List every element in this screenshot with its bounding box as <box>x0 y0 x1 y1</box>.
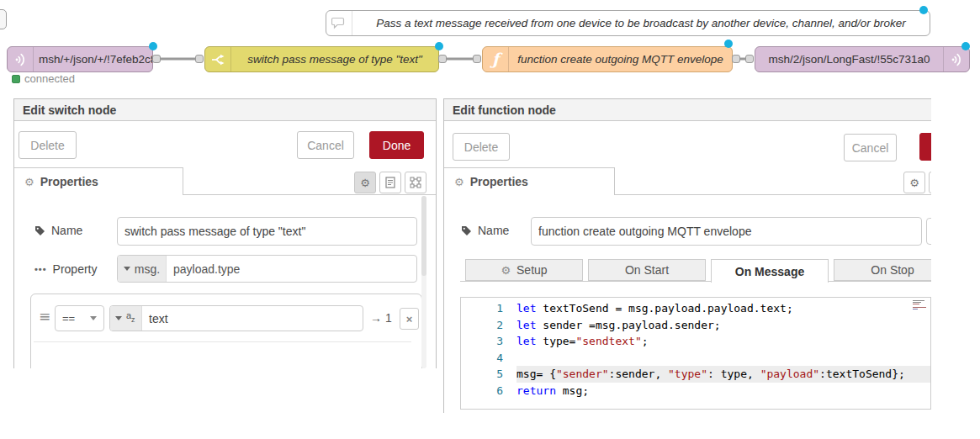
rule-container: ≡ == az text → 1 × <box>30 294 422 368</box>
output-port[interactable] <box>732 55 740 63</box>
switch-node[interactable]: switch pass message of type "text" <box>204 46 439 72</box>
tag-icon <box>461 225 472 236</box>
tab-properties[interactable]: ⚙ Properties <box>443 167 615 195</box>
mqtt-in-node[interactable]: msh/+/json/+/!7efeb2c8 <box>7 46 153 72</box>
function-node[interactable]: ƒ function create outgoing MQTT envelope <box>482 46 733 72</box>
gear-icon: ⚙ <box>909 177 919 189</box>
gear-icon: ⚙ <box>454 176 464 188</box>
switch-node-label: switch pass message of type "text" <box>231 53 438 66</box>
code-line-5: 5msg= {"sender":sender, "type": type, "p… <box>461 366 930 383</box>
status-green-square <box>12 75 20 83</box>
chevron-down-icon <box>90 316 97 320</box>
document-icon <box>385 177 395 188</box>
caret-down-icon <box>124 267 130 271</box>
dialog-title: Edit function node <box>444 99 931 121</box>
comment-bubble-icon <box>326 11 352 35</box>
tag-icon <box>34 225 45 236</box>
function-tabs: ⚙SetupOn StartOn MessageOn Stop <box>465 259 931 283</box>
cancel-button[interactable]: Cancel <box>297 131 354 159</box>
partial-button[interactable] <box>926 218 931 245</box>
mqtt-signal-icon <box>943 47 969 71</box>
delete-button[interactable]: Delete <box>19 131 77 159</box>
function-icon: ƒ <box>483 47 509 71</box>
name-label: Name <box>34 224 82 237</box>
description-button[interactable] <box>929 172 931 193</box>
function-node-label: function create outgoing MQTT envelope <box>509 53 732 66</box>
property-label: ••• Property <box>34 262 97 276</box>
rule-value[interactable]: text <box>142 306 168 331</box>
code-line-6: 6return msg; <box>461 383 930 399</box>
name-input[interactable] <box>531 217 922 246</box>
mqtt-out-node[interactable]: msh/2/json/LongFast/!55c731a0 <box>755 46 970 72</box>
code-line-2: 2let sender =msg.payload.sender; <box>461 317 930 334</box>
dialog-tab-row: ⚙ Properties ⚙ <box>444 167 931 195</box>
description-button[interactable] <box>379 172 401 193</box>
tab-on-message[interactable]: On Message <box>711 259 829 283</box>
node-properties-button[interactable]: ⚙ <box>903 172 925 193</box>
gear-icon: ⚙ <box>501 264 511 277</box>
tab-on-start[interactable]: On Start <box>588 259 706 281</box>
property-field[interactable]: msg. payload.type <box>117 255 417 283</box>
gear-icon: ⚙ <box>24 176 34 188</box>
changed-dot <box>435 42 443 50</box>
input-port[interactable] <box>473 55 481 63</box>
input-port[interactable] <box>745 55 754 63</box>
partial-node[interactable] <box>0 9 7 29</box>
changed-dot <box>919 6 928 14</box>
code-line-3: 3let type="sendtext"; <box>461 333 930 350</box>
divider <box>460 281 931 282</box>
divider <box>34 341 411 342</box>
value-type-selector[interactable]: az <box>110 306 142 331</box>
function-edit-dialog: Edit function node Delete Cancel ⚙ Prope… <box>443 98 931 413</box>
output-port[interactable] <box>152 55 161 63</box>
node-properties-button[interactable]: ⚙ <box>354 172 376 193</box>
property-type-selector[interactable]: msg. <box>118 256 167 282</box>
name-label: Name <box>461 224 509 237</box>
comment-node-label: Pass a text message received from one de… <box>352 17 930 29</box>
input-port[interactable] <box>195 55 204 63</box>
rule-value-field[interactable]: az text <box>109 305 363 331</box>
changed-dot <box>724 40 733 48</box>
dialog-title: Edit switch node <box>14 99 436 121</box>
mqtt-out-node-label: msh/2/json/LongFast/!55c731a0 <box>755 53 943 66</box>
ellipsis-icon: ••• <box>34 264 47 274</box>
done-button[interactable]: Done <box>369 131 424 159</box>
delete-button[interactable]: Delete <box>453 133 510 161</box>
minimap <box>913 300 928 315</box>
comment-node[interactable]: Pass a text message received from one de… <box>326 10 930 36</box>
caret-down-icon <box>115 316 122 320</box>
code-line-1: 1let textToSend = msg.payload.payload.te… <box>461 300 930 317</box>
tab-on-stop[interactable]: On Stop <box>834 259 931 281</box>
frame-icon <box>410 177 421 188</box>
code-editor[interactable]: 1let textToSend = msg.payload.payload.te… <box>460 297 931 410</box>
code-line-4: 4 <box>461 350 930 367</box>
tab-properties[interactable]: ⚙ Properties <box>13 167 183 195</box>
code-lines: 1let textToSend = msg.payload.payload.te… <box>461 298 930 399</box>
changed-dot <box>961 42 970 50</box>
flow-canvas[interactable]: Pass a text message received from one de… <box>0 0 980 94</box>
status-text: connected <box>24 72 75 85</box>
name-input[interactable] <box>117 217 417 246</box>
string-type-icon: az <box>126 312 136 325</box>
tab-setup[interactable]: ⚙Setup <box>465 259 583 281</box>
changed-dot <box>149 42 157 50</box>
cancel-button[interactable]: Cancel <box>844 134 897 161</box>
rule-output-label: → 1 <box>370 311 392 325</box>
dialog-tab-row: ⚙ Properties ⚙ <box>14 167 436 195</box>
appearance-button[interactable] <box>405 172 426 193</box>
output-port[interactable] <box>438 55 447 63</box>
drag-handle-icon[interactable]: ≡ <box>39 309 50 324</box>
mqtt-in-status: connected <box>12 72 75 85</box>
rule-operator-select[interactable]: == <box>55 305 104 331</box>
gear-icon: ⚙ <box>360 177 370 189</box>
mqtt-in-node-label: msh/+/json/+/!7efeb2c8 <box>34 53 152 66</box>
switch-edit-dialog: Edit switch node Delete Cancel Done ⚙ Pr… <box>13 98 437 368</box>
remove-rule-button[interactable]: × <box>400 308 419 330</box>
scrollbar[interactable] <box>421 196 426 368</box>
mqtt-signal-icon <box>8 47 34 71</box>
done-button[interactable] <box>919 133 931 161</box>
switch-fork-icon <box>205 47 231 71</box>
property-value[interactable]: payload.type <box>167 256 240 282</box>
